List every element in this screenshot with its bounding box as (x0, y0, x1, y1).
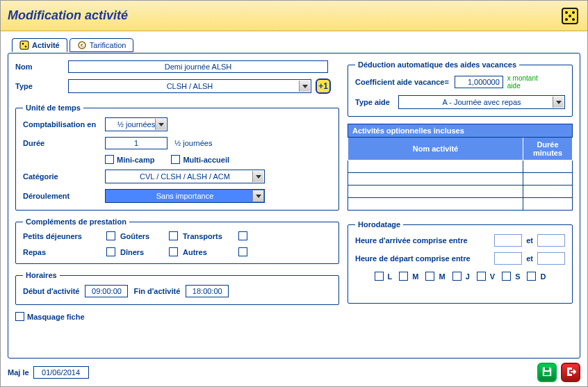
svg-point-5 (572, 18, 575, 21)
optional-activities-table: Activités optionnelles incluses Nom acti… (348, 124, 573, 211)
chevron-down-icon (553, 97, 564, 108)
coef-note: x montantaide (507, 74, 538, 90)
debut-label: Début d'activité (23, 287, 79, 295)
horaires-legend: Horaires (23, 271, 60, 279)
deduction-legend: Déduction automatique des aides vacances (355, 60, 519, 69)
c4-check[interactable] (106, 247, 115, 256)
title-bar: Modification activité (1, 1, 587, 31)
day-d[interactable]: D (527, 272, 546, 281)
typeaide-value: A - Journée avec repas (442, 98, 521, 106)
masquage-label: Masquage fiche (27, 313, 85, 321)
chevron-down-icon (299, 81, 310, 92)
table-row[interactable] (348, 186, 573, 198)
deroul-label: Déroulement (23, 192, 105, 200)
tab-activite-label: Activité (32, 41, 60, 49)
coef-label: Coefficient aide vacance= (355, 78, 449, 86)
c1-label: Petits déjeuners (23, 232, 106, 240)
fin-input[interactable] (186, 285, 229, 297)
form-panel: Nom Type CLSH / ALSH +1 Unité de temps C… (8, 53, 580, 359)
minicamp-label: Mini-camp (117, 156, 154, 164)
depart-to-input[interactable] (537, 252, 565, 265)
typeaide-label: Type aide (355, 98, 398, 106)
close-button[interactable] (561, 363, 580, 382)
day-l[interactable]: L (375, 272, 393, 281)
deroul-value: Sans importance (156, 192, 214, 200)
multi-label: Multi-accueil (183, 156, 229, 164)
type-label: Type (15, 82, 68, 90)
debut-input[interactable] (85, 285, 128, 297)
depart-label: Heure de départ comprise entre (355, 254, 490, 263)
nom-label: Nom (15, 63, 68, 71)
horodatage-fieldset: Horodatage Heure d'arrivée comprise entr… (348, 220, 573, 304)
masquage-check[interactable]: Masquage fiche (15, 312, 339, 321)
dice-icon (560, 6, 580, 26)
day-m1[interactable]: M (399, 272, 418, 281)
nom-input[interactable] (68, 60, 328, 73)
deroul-select[interactable]: Sans importance (105, 189, 265, 203)
minicamp-check[interactable]: Mini-camp (105, 155, 154, 164)
c3-check[interactable] (238, 231, 247, 240)
add-type-button[interactable]: +1 (316, 79, 331, 94)
duree-input[interactable] (105, 137, 168, 149)
day-checks: L M M J V S D (355, 272, 565, 281)
c4-label: Repas (23, 248, 106, 256)
opt-title: Activités optionnelles incluses (348, 124, 573, 138)
checkbox-icon (105, 155, 114, 164)
svg-rect-12 (545, 368, 549, 370)
c3-label: Transports (183, 232, 238, 240)
compta-select[interactable]: ½ journées (105, 117, 168, 131)
arrivee-to-input[interactable] (537, 234, 565, 247)
day-m2[interactable]: M (425, 272, 445, 281)
type-select[interactable]: CLSH / ALSH (68, 79, 311, 93)
et1: et (526, 236, 533, 245)
table-row[interactable] (348, 160, 573, 173)
svg-rect-13 (544, 372, 550, 375)
depart-from-input[interactable] (494, 252, 522, 265)
unite-fieldset: Unité de temps Comptabilisation en ½ jou… (15, 104, 339, 211)
day-v[interactable]: V (477, 272, 495, 281)
footer: Maj le (8, 363, 580, 382)
opt-col1: Nom activité (348, 138, 523, 160)
et2: et (526, 254, 533, 263)
c5-check[interactable] (169, 247, 178, 256)
day-j[interactable]: J (452, 272, 470, 281)
chevron-down-icon (252, 190, 263, 201)
unite-legend: Unité de temps (23, 104, 83, 112)
table-row[interactable] (348, 198, 573, 211)
complements-legend: Compléments de prestation (23, 217, 129, 226)
save-button[interactable] (537, 363, 557, 382)
fin-label: Fin d'activité (133, 287, 180, 295)
chevron-down-icon (252, 171, 263, 182)
categorie-select[interactable]: CVL / CLSH / ALSH / ACM (105, 170, 265, 183)
horodatage-legend: Horodatage (355, 220, 403, 229)
c6-check[interactable] (238, 247, 247, 256)
tab-tarification[interactable]: € Tarification (70, 38, 134, 52)
coef-input[interactable] (455, 76, 503, 88)
svg-point-1 (565, 11, 568, 14)
opt-col2: Durée minutes (523, 138, 572, 160)
maj-input[interactable] (33, 366, 89, 379)
arrivee-from-input[interactable] (494, 234, 522, 247)
dice-small-icon (19, 40, 29, 50)
svg-point-8 (25, 46, 27, 48)
c5-label: Dîners (120, 248, 169, 256)
chevron-down-icon (155, 119, 166, 130)
tariff-icon: € (77, 40, 87, 50)
window-title: Modification activité (8, 8, 128, 23)
compta-label: Comptabilisation en (23, 120, 105, 129)
categorie-value: CVL / CLSH / ALSH / ACM (140, 172, 230, 181)
tab-activite[interactable]: Activité (12, 38, 67, 52)
compta-value: ½ journées (117, 120, 155, 129)
typeaide-select[interactable]: A - Journée avec repas (398, 95, 565, 109)
table-row[interactable] (348, 173, 573, 186)
checkbox-icon (171, 155, 180, 164)
multi-check[interactable]: Multi-accueil (171, 155, 229, 164)
day-s[interactable]: S (502, 272, 520, 281)
c1-check[interactable] (106, 231, 115, 240)
c2-check[interactable] (169, 231, 178, 240)
svg-point-7 (22, 43, 24, 45)
svg-text:€: € (81, 42, 84, 49)
type-value: CLSH / ALSH (167, 82, 213, 90)
complements-fieldset: Compléments de prestation Petits déjeune… (15, 217, 339, 264)
checkbox-icon (15, 312, 24, 321)
